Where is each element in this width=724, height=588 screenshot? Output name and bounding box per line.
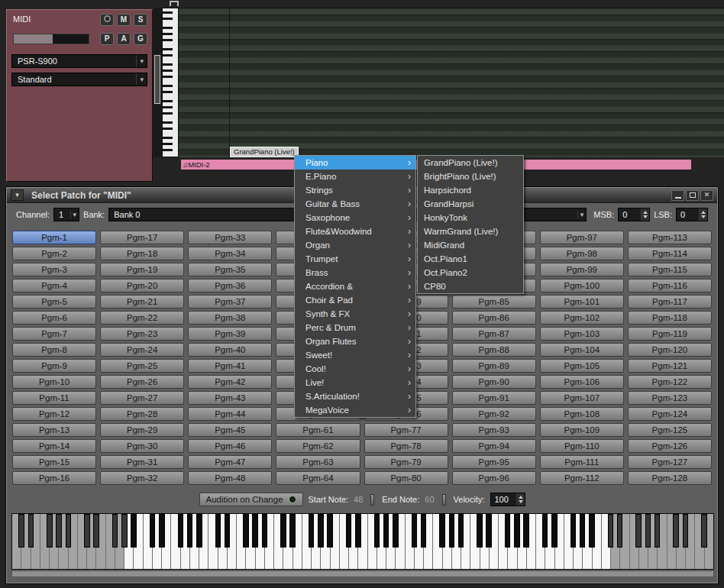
program-button-pgm-110[interactable]: Pgm-110	[540, 439, 624, 453]
submenu-item-grandharpsi[interactable]: GrandHarpsi	[418, 197, 523, 211]
piano-key-white[interactable]	[321, 514, 330, 569]
program-button-pgm-39[interactable]: Pgm-39	[188, 327, 272, 341]
close-button[interactable]: ✕	[700, 190, 713, 201]
program-button-pgm-25[interactable]: Pgm-25	[100, 359, 184, 373]
program-button-pgm-116[interactable]: Pgm-116	[628, 279, 712, 292]
program-button-pgm-17[interactable]: Pgm-17	[100, 231, 184, 244]
piano-key-white[interactable]	[87, 514, 96, 569]
program-button-pgm-125[interactable]: Pgm-125	[628, 423, 712, 437]
menu-item-saxophone[interactable]: Saxophone›	[295, 211, 415, 225]
piano-key-white[interactable]	[639, 514, 648, 569]
channel-dropdown[interactable]: 1 ▾	[53, 208, 79, 221]
mute-button[interactable]: M	[117, 14, 131, 26]
menu-item-perc-drum[interactable]: Perc & Drum›	[295, 321, 415, 334]
program-button-pgm-101[interactable]: Pgm-101	[540, 295, 624, 309]
spinner-arrows-icon[interactable]	[516, 493, 525, 506]
program-button-pgm-26[interactable]: Pgm-26	[100, 375, 184, 389]
program-button-pgm-85[interactable]: Pgm-85	[452, 295, 536, 309]
piano-key-white[interactable]	[199, 514, 208, 569]
program-button-pgm-29[interactable]: Pgm-29	[100, 423, 184, 437]
piano-key-white[interactable]	[237, 514, 246, 569]
piano-key-white[interactable]	[686, 514, 695, 569]
program-button-pgm-3[interactable]: Pgm-3	[12, 263, 96, 276]
piano-key-white[interactable]	[443, 514, 452, 569]
piano-key-white[interactable]	[256, 514, 265, 569]
program-button-pgm-45[interactable]: Pgm-45	[188, 423, 272, 437]
program-button-pgm-120[interactable]: Pgm-120	[628, 343, 712, 357]
program-button-pgm-1[interactable]: Pgm-1	[12, 231, 96, 244]
piano-key-white[interactable]	[611, 514, 620, 569]
piano-key-white[interactable]	[527, 514, 536, 569]
program-button-pgm-122[interactable]: Pgm-122	[628, 375, 712, 389]
scrollbar-thumb[interactable]	[154, 55, 160, 104]
program-button-pgm-43[interactable]: Pgm-43	[188, 391, 272, 405]
menu-item-flute-woodwind[interactable]: Flute&Woodwind›	[295, 225, 415, 238]
program-button-pgm-18[interactable]: Pgm-18	[100, 247, 184, 260]
menu-item-trumpet[interactable]: Trumpet›	[295, 252, 415, 266]
program-button-pgm-93[interactable]: Pgm-93	[452, 423, 536, 437]
menu-item-accordion[interactable]: Accordion &›	[295, 279, 415, 293]
piano-key-white[interactable]	[208, 514, 218, 569]
menu-item-strings[interactable]: Strings›	[295, 183, 415, 197]
program-button-pgm-11[interactable]: Pgm-11	[12, 391, 96, 405]
program-button-pgm-7[interactable]: Pgm-7	[12, 327, 96, 341]
submenu-item-midigrand[interactable]: MidiGrand	[418, 238, 523, 252]
program-button-pgm-121[interactable]: Pgm-121	[628, 359, 712, 373]
program-button-pgm-96[interactable]: Pgm-96	[452, 471, 536, 485]
menu-item-synth-fx[interactable]: Synth & FX›	[295, 307, 415, 321]
submenu-item-grandpiano-live[interactable]: GrandPiano (Live!)	[418, 156, 523, 170]
program-button-pgm-62[interactable]: Pgm-62	[276, 439, 360, 453]
program-button-pgm-79[interactable]: Pgm-79	[364, 455, 448, 469]
piano-key-white[interactable]	[602, 514, 611, 569]
piano-key-white[interactable]	[144, 514, 153, 569]
piano-key-white[interactable]	[162, 514, 171, 569]
piano-roll-grid[interactable]: GrandPiano (Live!)	[179, 8, 724, 157]
piano-key-white[interactable]	[181, 514, 190, 569]
g-button[interactable]: G	[134, 33, 147, 45]
program-button-pgm-10[interactable]: Pgm-10	[12, 375, 96, 389]
program-button-pgm-91[interactable]: Pgm-91	[452, 391, 536, 405]
program-button-pgm-127[interactable]: Pgm-127	[628, 455, 712, 469]
spinner-grip-icon[interactable]	[370, 494, 374, 506]
device-dropdown[interactable]: PSR-S900 ▾	[11, 54, 147, 68]
msb-field[interactable]: 0	[618, 208, 650, 221]
piano-key-white[interactable]	[283, 514, 293, 569]
piano-key-white[interactable]	[218, 514, 228, 569]
program-button-pgm-88[interactable]: Pgm-88	[452, 343, 536, 357]
program-button-pgm-112[interactable]: Pgm-112	[540, 471, 624, 485]
piano-key-white[interactable]	[480, 514, 490, 569]
piano-key-white[interactable]	[470, 514, 480, 569]
menu-item-sweet[interactable]: Sweet!›	[295, 348, 415, 362]
piano-key-white[interactable]	[171, 514, 180, 569]
dialog-menu-button[interactable]: ▾	[11, 189, 24, 201]
program-button-pgm-34[interactable]: Pgm-34	[188, 247, 272, 260]
program-button-pgm-27[interactable]: Pgm-27	[100, 391, 184, 405]
piano-key-white[interactable]	[50, 514, 59, 569]
program-button-pgm-89[interactable]: Pgm-89	[452, 359, 536, 373]
piano-key-white[interactable]	[358, 514, 367, 569]
program-button-pgm-42[interactable]: Pgm-42	[188, 375, 272, 389]
record-button[interactable]	[100, 14, 114, 26]
piano-key-white[interactable]	[490, 514, 499, 569]
submenu-item-oct-piano1[interactable]: Oct.Piano1	[418, 252, 523, 266]
program-button-pgm-77[interactable]: Pgm-77	[364, 423, 448, 437]
submenu-item-oct-piano2[interactable]: Oct.Piano2	[418, 266, 523, 279]
program-button-pgm-5[interactable]: Pgm-5	[12, 295, 96, 309]
program-button-pgm-16[interactable]: Pgm-16	[12, 471, 96, 485]
solo-button[interactable]: S	[134, 14, 147, 26]
program-button-pgm-38[interactable]: Pgm-38	[188, 311, 272, 325]
piano-key-white[interactable]	[386, 514, 396, 569]
piano-key-white[interactable]	[593, 514, 602, 569]
menu-item-piano[interactable]: Piano›	[295, 156, 415, 170]
piano-key-white[interactable]	[228, 514, 237, 569]
piano-key-white[interactable]	[452, 514, 461, 569]
piano-key-white[interactable]	[340, 514, 349, 569]
submenu-item-brightpiano-live[interactable]: BrightPiano (Live!)	[418, 170, 523, 183]
piano-key-white[interactable]	[396, 514, 405, 569]
piano-key-white[interactable]	[424, 514, 433, 569]
program-button-pgm-19[interactable]: Pgm-19	[100, 263, 184, 276]
program-button-pgm-78[interactable]: Pgm-78	[364, 439, 448, 453]
program-button-pgm-80[interactable]: Pgm-80	[364, 471, 448, 485]
piano-key-white[interactable]	[349, 514, 358, 569]
piano-key-white[interactable]	[78, 514, 87, 569]
